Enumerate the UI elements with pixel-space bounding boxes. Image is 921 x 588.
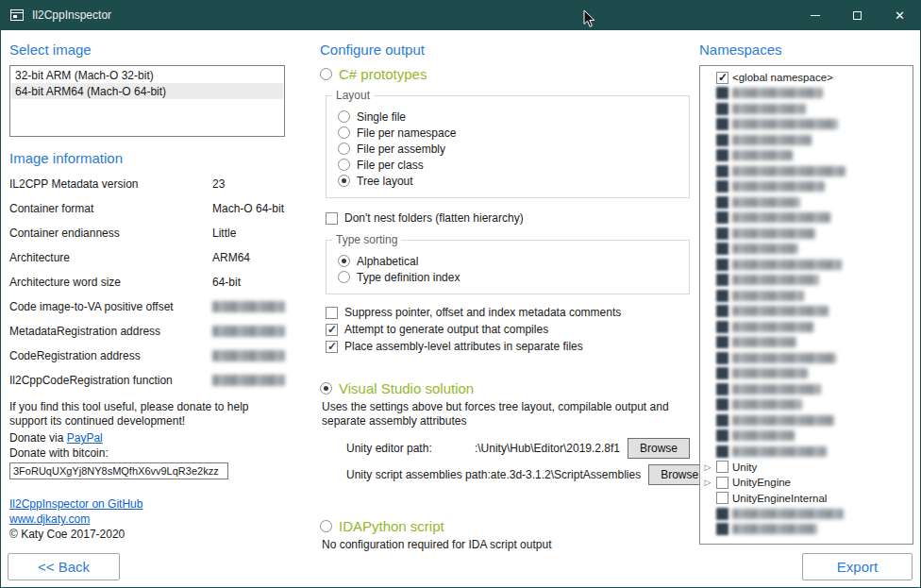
image-list-item[interactable]: 64-bit ARM64 (Mach-O 64-bit) [11, 83, 283, 99]
bitcoin-label: Donate with bitcoin: [9, 445, 285, 461]
visual-studio-radio[interactable]: Visual Studio solution [320, 379, 690, 396]
expander-icon[interactable]: ▷ [703, 478, 712, 487]
namespace-label: <global namespace> [732, 72, 833, 83]
radio-icon [338, 271, 350, 283]
namespace-checkbox[interactable] [716, 492, 728, 504]
namespace-row[interactable] [703, 335, 911, 351]
namespace-row[interactable] [703, 319, 911, 335]
info-key: Il2CppCodeRegistration function [9, 374, 212, 387]
image-info-table: IL2CPP Metadata version23Container forma… [9, 172, 285, 393]
namespace-row[interactable] [703, 101, 911, 117]
info-key: Container format [9, 202, 212, 215]
namespace-checkbox[interactable] [716, 72, 728, 84]
radio-option[interactable]: File per assembly [338, 142, 679, 156]
info-key: Architecture [9, 251, 212, 264]
info-row: IL2CPP Metadata version23 [9, 172, 285, 196]
idapython-radio[interactable]: IDAPython script [320, 517, 690, 534]
namespace-row[interactable] [703, 226, 911, 242]
type-sorting-title: Type sorting [332, 233, 401, 246]
namespace-row[interactable] [703, 86, 911, 102]
redacted-checkbox [716, 165, 728, 177]
radio-option[interactable]: File per class [338, 158, 679, 172]
namespace-row[interactable] [703, 132, 911, 148]
type-sorting-groupbox: Type sorting AlphabeticalType definition… [326, 240, 690, 294]
website-link[interactable]: www.djkaty.com [9, 512, 90, 526]
maximize-button[interactable] [836, 0, 879, 30]
radio-option[interactable]: Tree layout [338, 174, 679, 188]
flatten-checkbox[interactable]: Don't nest folders (flatten hierarchy) [326, 210, 690, 227]
namespace-row[interactable] [703, 350, 911, 366]
maximize-icon [853, 11, 862, 20]
visual-studio-label: Visual Studio solution [339, 380, 474, 396]
csharp-prototypes-radio[interactable]: C# prototypes [320, 65, 690, 82]
ida-description: No configuration required for IDA script… [322, 538, 682, 552]
namespace-row[interactable] [703, 117, 911, 133]
namespace-row[interactable] [703, 444, 911, 460]
redacted-checkbox [716, 211, 728, 224]
redacted-checkbox [716, 445, 728, 458]
redacted-label [732, 509, 844, 519]
namespace-row[interactable]: ▷UnityEngine [703, 475, 911, 491]
namespace-row[interactable] [703, 304, 911, 320]
checkbox-option[interactable]: Attempt to generate output that compiles [326, 321, 690, 338]
namespace-row[interactable]: <global namespace> [703, 70, 911, 86]
namespace-row[interactable] [703, 210, 911, 227]
redacted-label [732, 135, 812, 145]
minimize-button[interactable] [794, 0, 836, 30]
expander-icon[interactable]: ▷ [703, 462, 712, 472]
namespace-row[interactable] [703, 397, 911, 413]
browse-editor-button[interactable]: Browse [628, 438, 690, 459]
donate-via-text: Donate via [9, 431, 67, 445]
radio-option[interactable]: Single file [338, 109, 679, 124]
redacted-label [732, 228, 815, 239]
namespace-row[interactable] [703, 506, 911, 522]
namespace-row[interactable] [703, 428, 911, 445]
namespace-row[interactable]: UnityEngineInternal [703, 491, 911, 507]
redacted-checkbox [716, 383, 728, 395]
app-icon [9, 8, 25, 23]
info-value: Mach-O 64-bit [212, 202, 284, 215]
namespace-row[interactable] [703, 194, 911, 210]
image-list-item[interactable]: 32-bit ARM (Mach-O 32-bit) [11, 67, 283, 83]
radio-option[interactable]: Type definition index [338, 270, 679, 284]
info-row: Code image-to-VA positive offset [9, 294, 285, 319]
image-listbox[interactable]: 32-bit ARM (Mach-O 32-bit)64-bit ARM64 (… [9, 65, 285, 137]
layout-group-title: Layout [332, 89, 374, 102]
paypal-link[interactable]: PayPal [67, 431, 103, 445]
namespace-row[interactable] [703, 163, 911, 179]
namespace-row[interactable] [703, 288, 911, 304]
radio-icon [338, 175, 350, 187]
namespace-checkbox[interactable] [716, 461, 728, 473]
checkbox-option[interactable]: Suppress pointer, offset and index metad… [326, 304, 690, 321]
namespace-list[interactable]: <global namespace>▷Unity▷UnityEngineUnit… [699, 65, 913, 545]
unity-editor-path-row: Unity editor path: :\Unity\Hub\Editor\20… [346, 438, 690, 459]
namespace-row[interactable]: ▷Unity [703, 460, 911, 476]
namespace-checkbox[interactable] [716, 477, 728, 489]
unity-editor-path-label: Unity editor path: [346, 442, 432, 455]
redacted-label [732, 260, 842, 270]
redacted-label [732, 384, 821, 395]
namespace-row[interactable] [703, 381, 911, 397]
info-key: MetadataRegistration address [9, 325, 212, 338]
redacted-label [732, 446, 827, 457]
vs-description: Uses the settings above but forces tree … [322, 400, 682, 428]
namespace-row[interactable] [703, 242, 911, 258]
back-button[interactable]: << Back [8, 553, 120, 580]
namespace-row[interactable] [703, 148, 911, 164]
radio-option[interactable]: Alphabetical [338, 254, 679, 268]
checkbox-option[interactable]: Place assembly-level attributes in separ… [326, 338, 690, 355]
namespace-row[interactable] [703, 179, 911, 195]
namespace-row[interactable] [703, 257, 911, 273]
namespace-row[interactable] [703, 273, 911, 289]
redacted-label [732, 181, 825, 192]
close-button[interactable]: ✕ [879, 0, 921, 30]
export-button[interactable]: Export [802, 553, 913, 580]
titlebar: Il2CppInspector ✕ [0, 0, 921, 30]
github-link[interactable]: Il2CppInspector on GitHub [9, 497, 142, 511]
radio-option[interactable]: File per namespace [338, 126, 679, 140]
flatten-label: Don't nest folders (flatten hierarchy) [344, 211, 524, 225]
bitcoin-address-input[interactable] [9, 462, 228, 479]
namespace-row[interactable] [703, 522, 911, 538]
namespace-row[interactable] [703, 412, 911, 428]
namespace-row[interactable] [703, 366, 911, 382]
